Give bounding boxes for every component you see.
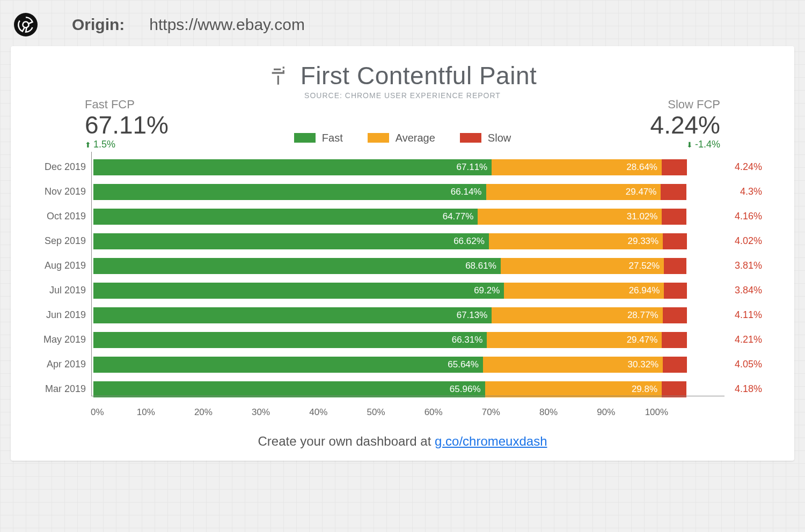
chrome-logo-icon [14, 13, 38, 36]
bar-value-slow: 4.3% [730, 186, 762, 197]
x-tick: 20% [194, 407, 213, 418]
footer-prefix: Create your own dashboard at [258, 434, 435, 448]
bar-row: Nov 201966.14%29.47%4.3% [91, 180, 724, 204]
bar-value-slow: 3.81% [730, 260, 762, 271]
footer-link[interactable]: g.co/chromeuxdash [435, 434, 547, 448]
bar-row: Aug 201968.61%27.52%3.81% [91, 254, 724, 278]
bar-row: Oct 201964.77%31.02%4.16% [91, 204, 724, 229]
bar-value-slow: 4.24% [730, 161, 762, 173]
x-tick: 80% [539, 407, 558, 418]
bar-category-label: Mar 2019 [27, 383, 86, 395]
bar-row: Mar 201965.96%29.8%4.18% [91, 377, 724, 402]
bar-track: 69.2%26.94% [93, 283, 687, 299]
bar-segment-average: 28.64% [492, 159, 662, 175]
bar-value-average: 29.47% [627, 335, 662, 345]
bar-segment-slow [662, 159, 687, 175]
bar-row: Dec 201967.11%28.64%4.24% [91, 155, 724, 180]
bar-value-fast: 69.2% [474, 285, 504, 296]
bar-row: Sep 201966.62%29.33%4.02% [91, 229, 724, 254]
x-tick: 30% [252, 407, 270, 418]
x-tick: 10% [137, 407, 155, 418]
x-axis-ticks: 0%10%20%30%40%50%60%70%80%90%100% [93, 407, 687, 418]
bar-track: 66.14%29.47% [93, 184, 687, 200]
bar-track: 66.31%29.47% [93, 332, 687, 348]
bar-segment-average: 26.94% [504, 283, 664, 299]
bar-segment-slow [664, 283, 686, 299]
bar-value-fast: 64.77% [443, 211, 478, 222]
bar-value-average: 28.64% [626, 162, 662, 173]
bar-category-label: Oct 2019 [27, 211, 86, 222]
bar-category-label: Jul 2019 [27, 285, 86, 296]
slow-fcp-label: Slow FCP [624, 98, 720, 112]
bar-segment-slow [662, 381, 686, 397]
legend-fast: Fast [294, 132, 343, 144]
bar-segment-slow [662, 332, 687, 348]
bar-row: Jun 201967.13%28.77%4.11% [91, 303, 724, 328]
bar-track: 67.13%28.77% [93, 307, 687, 323]
x-tick: 90% [597, 407, 615, 418]
bar-value-average: 31.02% [627, 211, 662, 222]
bar-value-average: 29.33% [628, 236, 663, 247]
bar-value-fast: 66.62% [453, 236, 489, 247]
chart-title-row: First Contentful Paint [16, 61, 789, 90]
fast-fcp-metric: Fast FCP 67.11% 1.5% [85, 98, 181, 150]
slow-fcp-value: 4.24% [624, 112, 720, 139]
bar-category-label: May 2019 [27, 334, 86, 345]
bar-category-label: Aug 2019 [27, 260, 86, 271]
bar-segment-average: 29.8% [485, 381, 662, 397]
bar-segment-slow [661, 184, 686, 200]
origin-url: https://www.ebay.com [149, 16, 305, 34]
x-tick: 100% [645, 407, 668, 418]
bar-segment-fast: 66.14% [93, 184, 486, 200]
bar-category-label: Jun 2019 [27, 309, 86, 321]
bar-category-label: Apr 2019 [27, 359, 86, 370]
bar-segment-fast: 67.11% [93, 159, 492, 175]
x-axis-line [91, 396, 724, 396]
bar-category-label: Dec 2019 [27, 161, 86, 173]
bar-segment-fast: 69.2% [93, 283, 504, 299]
bar-segment-fast: 65.96% [93, 381, 485, 397]
origin-label: Origin: [72, 16, 125, 34]
fast-fcp-label: Fast FCP [85, 98, 181, 112]
bar-segment-slow [663, 307, 687, 323]
x-tick: 60% [425, 407, 443, 418]
bar-value-slow: 4.11% [730, 309, 762, 321]
bar-value-fast: 67.13% [457, 310, 492, 321]
bar-segment-slow [662, 209, 686, 225]
bar-segment-fast: 66.62% [93, 233, 489, 249]
bar-segment-fast: 65.64% [93, 357, 483, 373]
bar-value-fast: 67.11% [457, 162, 492, 173]
bar-value-slow: 3.84% [730, 285, 762, 296]
bar-category-label: Nov 2019 [27, 186, 86, 197]
bar-track: 65.96%29.8% [93, 381, 687, 397]
chart-title: First Contentful Paint [301, 61, 537, 90]
legend-average: Average [368, 132, 435, 144]
bar-segment-average: 31.02% [478, 209, 662, 225]
bar-value-average: 26.94% [629, 285, 664, 296]
bar-segment-slow [663, 357, 687, 373]
footer-text: Create your own dashboard at g.co/chrome… [16, 434, 789, 449]
bar-segment-average: 30.32% [483, 357, 663, 373]
x-tick: 70% [482, 407, 500, 418]
bar-value-fast: 65.96% [450, 384, 485, 395]
bar-rows: Dec 201967.11%28.64%4.24%Nov 201966.14%2… [91, 152, 724, 402]
bar-track: 65.64%30.32% [93, 357, 687, 373]
bar-row: May 201966.31%29.47%4.21% [91, 328, 724, 352]
bar-segment-fast: 64.77% [93, 209, 478, 225]
legend-slow: Slow [460, 132, 511, 144]
bar-value-average: 29.47% [626, 187, 661, 197]
bar-value-slow: 4.21% [730, 334, 762, 345]
bar-value-fast: 68.61% [465, 261, 501, 271]
bar-category-label: Sep 2019 [27, 235, 86, 247]
bar-row: Jul 201969.2%26.94%3.84% [91, 278, 724, 303]
bar-segment-slow [663, 233, 686, 249]
arrow-up-icon [85, 139, 91, 150]
x-tick: 40% [309, 407, 327, 418]
bar-segment-average: 28.77% [492, 307, 662, 323]
bar-value-slow: 4.02% [730, 235, 762, 247]
x-tick: 50% [367, 407, 385, 418]
bar-value-fast: 66.14% [451, 187, 486, 197]
bar-segment-average: 27.52% [501, 258, 664, 274]
bar-track: 64.77%31.02% [93, 209, 687, 225]
bar-row: Apr 201965.64%30.32%4.05% [91, 352, 724, 377]
